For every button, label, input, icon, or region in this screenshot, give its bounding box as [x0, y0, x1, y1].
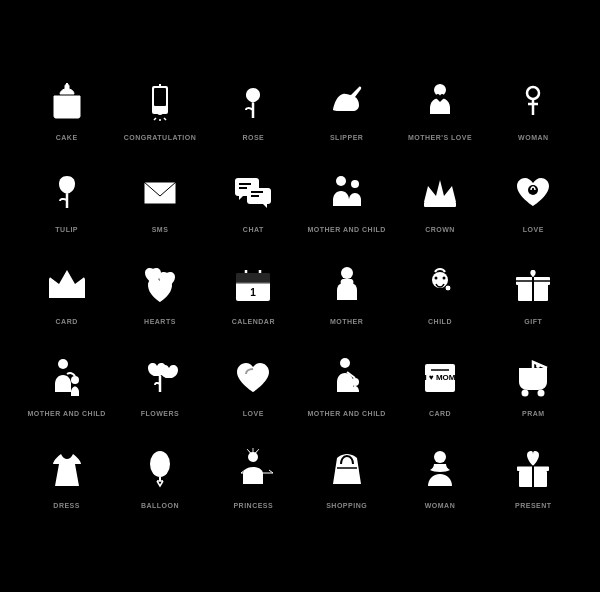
icon-grid: CAKE CONGRATULATION ROSE SLIPPER MOTHER'… [20, 66, 580, 526]
mother-label: MOTHER [330, 318, 363, 334]
svg-point-36 [248, 452, 258, 462]
icon-item-shopping: SHOPPING [300, 434, 393, 526]
woman-label: WOMAN [518, 134, 549, 150]
icon-item-princess: PRINCESS [207, 434, 300, 526]
icon-item-gift: GIFT [487, 250, 580, 342]
mother-and-child2-icon [41, 352, 93, 404]
svg-rect-0 [54, 96, 80, 100]
svg-rect-12 [424, 202, 456, 207]
svg-point-7 [527, 87, 539, 99]
icon-item-crown: CROWN [393, 158, 486, 250]
svg-point-11 [351, 180, 359, 188]
calendar-icon: 1 [227, 260, 279, 312]
card-label: CARD [56, 318, 78, 334]
svg-point-32 [522, 390, 529, 397]
icon-item-tulip: TULIP [20, 158, 113, 250]
mother-and-child3-label: MOTHER AND CHILD [307, 410, 386, 426]
icon-item-chat: CHAT [207, 158, 300, 250]
love-label: LOVE [523, 226, 544, 242]
svg-point-33 [538, 390, 545, 397]
icon-item-woman: WOMAN [487, 66, 580, 158]
princess-icon [227, 444, 279, 496]
cake-label: CAKE [56, 134, 78, 150]
shopping-label: SHOPPING [326, 502, 367, 518]
tulip-label: TULIP [55, 226, 78, 242]
mother-and-child2-label: MOTHER AND CHILD [27, 410, 106, 426]
pram-icon [507, 352, 559, 404]
chat-label: CHAT [243, 226, 264, 242]
icon-item-flowers: FLOWERS [113, 342, 206, 434]
tulip-icon [41, 168, 93, 220]
svg-point-27 [71, 376, 79, 384]
svg-point-26 [58, 359, 68, 369]
svg-point-21 [434, 277, 437, 280]
rose-label: ROSE [242, 134, 264, 150]
mother-and-child3-icon [321, 352, 373, 404]
love-icon [507, 168, 559, 220]
present-label: PRESENT [515, 502, 552, 518]
sms-label: SMS [152, 226, 169, 242]
child-label: CHILD [428, 318, 452, 334]
icon-item-dress: DRESS [20, 434, 113, 526]
icon-item-card: CARD [20, 250, 113, 342]
child-icon [414, 260, 466, 312]
crown-icon [414, 168, 466, 220]
icon-item-pram: PRAM [487, 342, 580, 434]
card-icon [41, 260, 93, 312]
svg-point-5 [157, 109, 163, 115]
svg-text:I ♥ MOM: I ♥ MOM [425, 373, 456, 382]
cake-icon [41, 76, 93, 128]
svg-point-29 [351, 378, 359, 386]
shopping-icon [321, 444, 373, 496]
svg-point-34 [536, 364, 540, 368]
mother-icon [321, 260, 373, 312]
svg-point-37 [434, 451, 446, 463]
svg-point-23 [445, 285, 451, 291]
icon-item-rose: ROSE [207, 66, 300, 158]
svg-point-22 [442, 277, 445, 280]
dress-label: DRESS [53, 502, 80, 518]
icon-item-present: PRESENT [487, 434, 580, 526]
icon-item-mother-and-child: MOTHER AND CHILD [300, 158, 393, 250]
dress-icon [41, 444, 93, 496]
svg-point-10 [336, 176, 346, 186]
svg-text:1: 1 [251, 287, 257, 298]
woman2-icon [414, 444, 466, 496]
flowers-label: FLOWERS [141, 410, 180, 426]
love2-icon [227, 352, 279, 404]
svg-point-35 [150, 451, 170, 477]
svg-point-6 [434, 84, 446, 96]
sms-icon [134, 168, 186, 220]
mothers-love-label: MOTHER'S LOVE [408, 134, 472, 150]
pram-label: PRAM [522, 410, 545, 426]
icon-item-calendar: 1 CALENDAR [207, 250, 300, 342]
gift-label: GIFT [524, 318, 542, 334]
icon-item-woman2: WOMAN [393, 434, 486, 526]
icon-item-mother-and-child2: MOTHER AND CHILD [20, 342, 113, 434]
mother-and-child-icon [321, 168, 373, 220]
balloon-icon [134, 444, 186, 496]
icon-item-cake: CAKE [20, 66, 113, 158]
icon-item-mother: MOTHER [300, 250, 393, 342]
icon-item-love: LOVE [487, 158, 580, 250]
slipper-icon [321, 76, 373, 128]
icon-item-slipper: SLIPPER [300, 66, 393, 158]
icon-item-congratulation: CONGRATULATION [113, 66, 206, 158]
chat-icon [227, 168, 279, 220]
mothers-love-icon [414, 76, 466, 128]
card2-label: CARD [429, 410, 451, 426]
present-icon [507, 444, 559, 496]
icon-item-child: CHILD [393, 250, 486, 342]
hearts-icon [134, 260, 186, 312]
love2-label: LOVE [243, 410, 264, 426]
icon-item-mother-and-child3: MOTHER AND CHILD [300, 342, 393, 434]
card2-icon: I ♥ MOM [414, 352, 466, 404]
hearts-label: HEARTS [144, 318, 176, 334]
icon-item-love2: LOVE [207, 342, 300, 434]
mother-and-child-label: MOTHER AND CHILD [307, 226, 386, 242]
svg-rect-1 [54, 100, 80, 116]
crown-label: CROWN [425, 226, 455, 242]
congratulation-icon [134, 76, 186, 128]
woman2-label: WOMAN [425, 502, 456, 518]
icon-item-balloon: BALLOON [113, 434, 206, 526]
